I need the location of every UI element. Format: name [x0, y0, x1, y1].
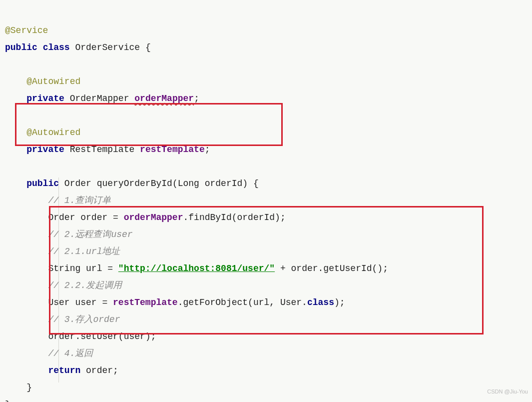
- keyword-private-1: private: [26, 94, 64, 104]
- code-line-17c: );: [334, 298, 345, 308]
- keyword-class-ref: class: [307, 298, 334, 308]
- annotation-service: @Service: [5, 26, 48, 36]
- keyword-private-2: private: [26, 144, 64, 154]
- keyword-return: return: [48, 366, 80, 376]
- code-line-19: order.setUser(user);: [48, 332, 156, 342]
- field-ref-resttemplate: restTemplate: [113, 298, 178, 308]
- comment-21: // 2.1.url地址: [48, 246, 120, 256]
- code-line-17a: User user =: [48, 298, 113, 308]
- type-resttemplate: RestTemplate: [70, 144, 135, 154]
- code-line-12a: Order order =: [48, 212, 123, 222]
- field-ordermapper: orderMapper: [134, 94, 194, 104]
- return-value: order;: [80, 366, 118, 376]
- watermark-text: CSDN @Jiu-You: [487, 383, 528, 400]
- field-ref-ordermapper: orderMapper: [124, 212, 183, 222]
- method-signature: Order queryOrderById(Long orderId) {: [64, 178, 259, 188]
- semicolon-2: ;: [205, 144, 210, 154]
- comment-1: // 1.查询订单: [48, 196, 111, 206]
- indent-guide: [58, 178, 59, 382]
- code-line-15b: + order.getUserId();: [275, 264, 388, 274]
- code-line-12b: .findById(orderId);: [183, 212, 285, 222]
- brace-close-class: }: [5, 400, 10, 402]
- keyword-public-method: public: [26, 178, 59, 188]
- comment-22: // 2.2.发起调用: [48, 280, 122, 290]
- type-ordermapper: OrderMapper: [70, 94, 129, 104]
- field-resttemplate: restTemplate: [140, 144, 205, 154]
- annotation-autowired-1: @Autowired: [26, 76, 80, 86]
- annotation-autowired-2: @Autowired: [26, 128, 80, 138]
- code-line-17b: .getForObject(url, User.: [178, 298, 307, 308]
- comment-2: // 2.远程查询user: [48, 230, 132, 240]
- comment-4: // 4.返回: [48, 348, 93, 358]
- class-name: OrderService {: [75, 42, 150, 52]
- semicolon: ;: [194, 94, 199, 104]
- keyword-public: public: [5, 42, 37, 52]
- brace-close-method: }: [26, 382, 32, 392]
- comment-3: // 3.存入order: [48, 314, 120, 324]
- string-url: "http://localhost:8081/user/": [118, 264, 275, 274]
- keyword-class: class: [43, 42, 70, 52]
- code-block: @Service public class OrderService { @Au…: [5, 5, 527, 402]
